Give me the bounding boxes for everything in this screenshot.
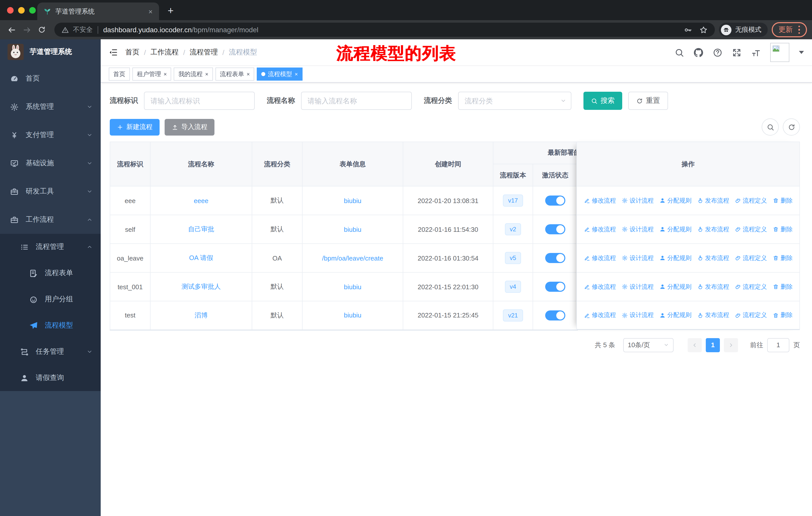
active-toggle[interactable] (545, 253, 565, 263)
help-icon[interactable] (713, 48, 722, 57)
action-edit-process-link[interactable]: 修改流程 (584, 225, 616, 234)
sidebar-item-infrastructure[interactable]: 基础设施 (0, 149, 101, 178)
action-assign-rule-link[interactable]: 分配规则 (659, 282, 691, 291)
reset-button[interactable]: 重置 (628, 92, 668, 110)
action-delete-link[interactable]: 删除 (773, 254, 793, 262)
window-minimize-button[interactable] (18, 7, 25, 13)
action-design-process-link[interactable]: 设计流程 (621, 196, 654, 205)
process-name-link[interactable]: 测试多审批人 (181, 283, 221, 290)
action-assign-rule-link[interactable]: 分配规则 (659, 254, 691, 262)
fullscreen-icon[interactable] (732, 48, 742, 57)
refresh-table-button[interactable] (783, 118, 800, 136)
process-category-select[interactable] (458, 92, 571, 110)
form-info-link[interactable]: biubiu (344, 225, 361, 233)
process-name-link[interactable]: eeee (194, 197, 208, 204)
action-process-definition-link[interactable]: 流程定义 (735, 225, 767, 234)
sidebar-item-process-management[interactable]: 流程管理 (0, 234, 101, 260)
close-icon[interactable]: × (164, 71, 167, 77)
sidebar-item-user-group[interactable]: 用户分组 (0, 286, 101, 313)
search-icon[interactable] (674, 48, 684, 57)
window-close-button[interactable] (7, 7, 13, 13)
action-delete-link[interactable]: 删除 (773, 196, 793, 205)
action-edit-process-link[interactable]: 修改流程 (584, 196, 616, 205)
action-assign-rule-link[interactable]: 分配规则 (659, 225, 691, 234)
action-process-definition-link[interactable]: 流程定义 (735, 282, 767, 291)
breadcrumb-item[interactable]: 首页 (125, 48, 140, 57)
avatar-caret-icon[interactable] (799, 51, 804, 54)
create-process-button[interactable]: 新建流程 (110, 119, 160, 135)
process-name-link[interactable]: 自己审批 (188, 225, 214, 233)
breadcrumb-item[interactable]: 工作流程 (150, 48, 179, 57)
forward-icon[interactable] (20, 23, 33, 36)
action-publish-process-link[interactable]: 发布流程 (697, 225, 729, 234)
action-design-process-link[interactable]: 设计流程 (621, 311, 654, 320)
action-publish-process-link[interactable]: 发布流程 (697, 254, 729, 262)
sidebar-item-process-model[interactable]: 流程模型 (0, 313, 101, 338)
page-size-select[interactable]: 10条/页 (623, 338, 673, 352)
action-process-definition-link[interactable]: 流程定义 (735, 196, 767, 205)
form-info-link[interactable]: biubiu (344, 283, 361, 291)
close-icon[interactable]: × (205, 71, 208, 77)
tag-process-model[interactable]: 流程模型× (257, 67, 302, 81)
tag-home[interactable]: 首页 (109, 67, 130, 81)
action-assign-rule-link[interactable]: 分配规则 (659, 311, 691, 320)
import-process-button[interactable]: 导入流程 (165, 119, 214, 135)
browser-update-button[interactable]: 更新 (772, 22, 807, 37)
action-design-process-link[interactable]: 设计流程 (621, 282, 654, 291)
bookmark-star-icon[interactable] (699, 25, 707, 34)
search-button[interactable]: 搜索 (583, 92, 622, 110)
active-toggle[interactable] (545, 195, 565, 206)
close-icon[interactable]: × (247, 71, 250, 77)
tab-close-icon[interactable]: × (146, 7, 155, 16)
process-name-link[interactable]: 滔博 (195, 311, 208, 319)
breadcrumb-item[interactable]: 流程管理 (190, 48, 218, 57)
sidebar-item-payment[interactable]: 支付管理 (0, 121, 101, 149)
next-page-button[interactable] (724, 338, 738, 352)
action-assign-rule-link[interactable]: 分配规则 (659, 196, 691, 205)
action-edit-process-link[interactable]: 修改流程 (584, 282, 616, 291)
password-key-icon[interactable] (684, 25, 692, 34)
tag-tenant[interactable]: 租户管理× (133, 67, 171, 81)
reload-icon[interactable] (35, 23, 48, 36)
sidebar-item-workflow[interactable]: 工作流程 (0, 206, 101, 234)
goto-page-input[interactable] (767, 338, 789, 352)
form-info-link[interactable]: biubiu (344, 197, 361, 204)
new-tab-button[interactable]: + (163, 3, 178, 18)
app-logo-row[interactable]: 芋道管理系统 (0, 39, 101, 64)
tag-process-form[interactable]: 流程表单× (215, 67, 255, 81)
sidebar-item-home[interactable]: 首页 (0, 64, 101, 93)
github-icon[interactable] (694, 48, 703, 57)
sidebar-fold-icon[interactable] (109, 48, 118, 57)
show-search-button[interactable] (762, 118, 779, 136)
sidebar-item-devtools[interactable]: 研发工具 (0, 178, 101, 206)
action-publish-process-link[interactable]: 发布流程 (697, 196, 729, 205)
back-icon[interactable] (5, 23, 18, 36)
action-edit-process-link[interactable]: 修改流程 (584, 254, 616, 262)
avatar[interactable] (770, 43, 789, 62)
tag-my-process[interactable]: 我的流程× (174, 67, 213, 81)
sidebar-item-leave-query[interactable]: 请假查询 (0, 365, 101, 391)
address-bar[interactable]: 不安全 dashboard.yudao.iocoder.cn/bpm/manag… (54, 23, 715, 37)
browser-tab[interactable]: 芋道管理系统 × (37, 2, 159, 20)
active-toggle[interactable] (545, 224, 565, 234)
action-process-definition-link[interactable]: 流程定义 (735, 311, 767, 320)
browser-menu-icon[interactable] (798, 26, 800, 34)
sidebar-item-process-form[interactable]: 流程表单 (0, 260, 101, 286)
action-edit-process-link[interactable]: 修改流程 (584, 311, 616, 320)
active-toggle[interactable] (545, 310, 565, 321)
font-size-icon[interactable] (751, 48, 761, 57)
action-design-process-link[interactable]: 设计流程 (621, 254, 654, 262)
action-delete-link[interactable]: 删除 (773, 311, 793, 320)
prev-page-button[interactable] (688, 338, 702, 352)
action-publish-process-link[interactable]: 发布流程 (697, 282, 729, 291)
process-name-link[interactable]: OA 请假 (189, 254, 213, 262)
form-info-link[interactable]: biubiu (344, 312, 361, 319)
process-id-input[interactable] (144, 92, 255, 110)
current-page-button[interactable]: 1 (706, 338, 720, 352)
action-delete-link[interactable]: 删除 (773, 225, 793, 234)
sidebar-item-task-management[interactable]: 任务管理 (0, 338, 101, 365)
process-name-input[interactable] (301, 92, 412, 110)
action-publish-process-link[interactable]: 发布流程 (697, 311, 729, 320)
window-zoom-button[interactable] (29, 7, 36, 13)
sidebar-item-system[interactable]: 系统管理 (0, 93, 101, 121)
